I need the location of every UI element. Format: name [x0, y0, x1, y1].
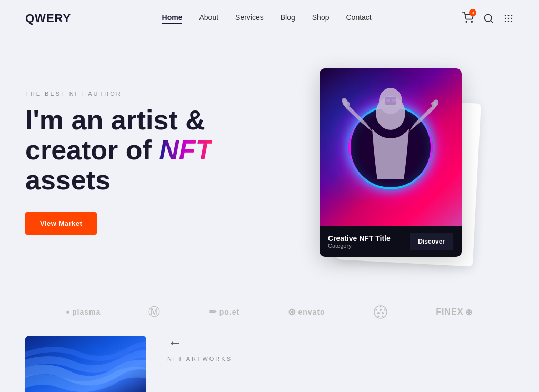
hero-title-line3: assets	[25, 165, 111, 195]
hero-title: I'm an artist & creator of NFT assets	[25, 105, 267, 196]
cart-button[interactable]: 0	[462, 12, 474, 25]
partner-finex: FINEX ⊕	[436, 307, 473, 317]
nft-card-category: Category	[328, 243, 391, 249]
view-market-button[interactable]: View Market	[25, 212, 97, 235]
svg-point-22	[377, 316, 379, 317]
finex-label: FINEX	[436, 307, 463, 317]
partner-coinmarketcap: Ⓜ	[148, 304, 161, 320]
hero-text-block: THE BEST NFT AUTHOR I'm an artist & crea…	[25, 80, 267, 235]
envato-label: envato	[298, 308, 325, 316]
poet-label: po.et	[219, 308, 239, 316]
coinmarketcap-icon: Ⓜ	[148, 304, 161, 320]
partner-poet: ✒ po.et	[209, 306, 239, 318]
blue-waves-svg	[25, 336, 146, 392]
svg-point-9	[511, 18, 513, 19]
nft-card-wrapper: Creative NFT Title Category Discover	[267, 58, 514, 257]
svg-point-10	[505, 21, 506, 23]
discover-button[interactable]: Discover	[410, 233, 453, 250]
hero-title-line2: creator of	[25, 135, 159, 165]
svg-rect-17	[392, 99, 396, 102]
figure-svg	[320, 68, 462, 226]
header: QWERY Home About Services Blog Shop Cont…	[0, 0, 539, 37]
main-nav: Home About Services Blog Shop Contact	[162, 13, 372, 24]
search-button[interactable]	[483, 13, 494, 24]
svg-point-5	[508, 15, 510, 16]
nav-home[interactable]: Home	[162, 13, 183, 24]
nav-about[interactable]: About	[199, 13, 218, 24]
partner-plasma: • plasma	[66, 307, 101, 318]
svg-point-8	[508, 18, 510, 19]
partners-strip: • plasma Ⓜ ✒ po.et ⊛ envato FINEX ⊕	[0, 288, 539, 336]
nav-services[interactable]: Services	[235, 13, 264, 24]
svg-point-11	[508, 21, 510, 23]
envato-icon: ⊛	[288, 306, 296, 318]
partner-iota	[373, 305, 388, 319]
nav-shop[interactable]: Shop	[312, 13, 330, 24]
hero-nft-text: NFT	[159, 135, 212, 165]
svg-rect-16	[386, 99, 390, 102]
nav-blog[interactable]: Blog	[281, 13, 295, 24]
bottom-section: ← NFT ARTWORKS	[0, 336, 539, 392]
arrow-left-icon[interactable]: ←	[167, 336, 232, 350]
svg-point-26	[384, 309, 385, 311]
grid-menu-button[interactable]	[503, 13, 514, 24]
partner-envato: ⊛ envato	[288, 306, 325, 318]
nft-card-title: Creative NFT Title	[328, 234, 391, 243]
svg-point-18	[374, 306, 387, 318]
search-icon	[483, 13, 494, 24]
hero-section: THE BEST NFT AUTHOR I'm an artist & crea…	[0, 37, 539, 288]
nft-card-info: Creative NFT Title Category	[328, 234, 391, 249]
nft-artworks-label: NFT ARTWORKS	[167, 356, 232, 362]
svg-line-3	[491, 21, 493, 23]
svg-point-25	[375, 309, 377, 311]
poet-icon: ✒	[209, 306, 217, 318]
svg-point-21	[382, 312, 384, 314]
nft-card-image	[320, 68, 462, 226]
svg-point-19	[380, 309, 382, 311]
blue-artwork-card[interactable]	[25, 336, 146, 392]
iota-icon	[373, 305, 388, 319]
nft-card-footer: Creative NFT Title Category Discover	[320, 226, 462, 257]
nft-card: Creative NFT Title Category Discover	[320, 68, 462, 257]
cart-badge: 0	[469, 9, 476, 16]
plasma-label: plasma	[72, 308, 101, 316]
svg-point-24	[380, 306, 381, 308]
svg-point-23	[382, 316, 383, 317]
svg-point-1	[471, 21, 472, 22]
svg-point-7	[505, 18, 506, 19]
hero-title-line1: I'm an artist &	[25, 105, 205, 135]
logo[interactable]: QWERY	[25, 12, 71, 25]
hero-subtitle: THE BEST NFT AUTHOR	[25, 91, 267, 97]
finex-icon: ⊕	[465, 307, 473, 317]
svg-point-20	[377, 312, 380, 314]
nav-contact[interactable]: Contact	[346, 13, 371, 24]
svg-point-12	[511, 21, 513, 23]
svg-point-6	[511, 15, 513, 16]
plasma-icon: •	[66, 307, 70, 318]
grid-icon	[503, 13, 514, 24]
svg-point-4	[505, 15, 506, 16]
header-actions: 0	[462, 12, 514, 25]
svg-point-0	[466, 21, 467, 22]
bottom-right-area: ← NFT ARTWORKS	[167, 336, 232, 366]
